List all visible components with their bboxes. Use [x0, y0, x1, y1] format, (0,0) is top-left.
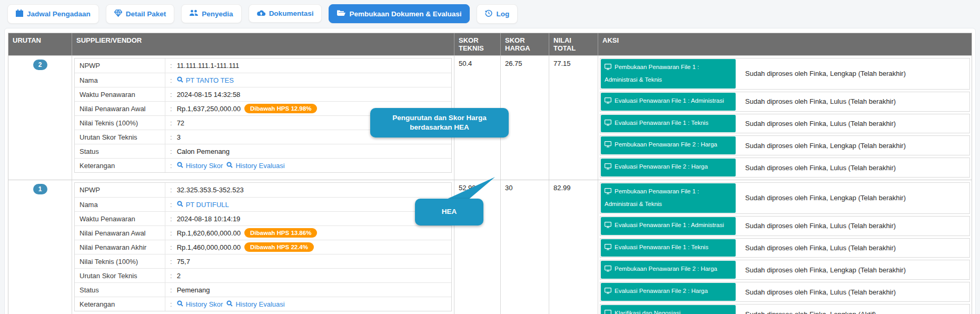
field-label: Nilai Penawaran Awal	[75, 226, 165, 240]
monitor-icon	[605, 264, 611, 276]
tab-label: Pembukaan Dokumen & Evaluasi	[349, 10, 461, 18]
tab-detail-paket[interactable]: Detail Paket	[106, 4, 175, 24]
field-value: 2024-08-15 14:32:58	[177, 91, 241, 99]
nilai-total-value: 82.99	[549, 180, 598, 314]
search-icon	[177, 76, 183, 84]
aksi-item: Evaluasi Penawaran File 1 : Administrasi…	[600, 216, 970, 236]
field-label: Nilai Penawaran Akhir	[75, 240, 165, 254]
field-row-urutan-skor-teknis: Urutan Skor Teknis 2	[75, 268, 451, 282]
tooltip-skor-harga-hea: Pengurutan dan Skor Harga berdasarkan HE…	[370, 108, 509, 138]
field-row-keterangan: Keterangan History Skor History Evaluasi	[75, 297, 451, 311]
field-value: Rp.1,637,250,000.00	[177, 105, 241, 113]
supplier-cell: NPWP 32.325.353.5-352.523 Nama PT DUTIFU…	[72, 180, 454, 314]
field-row-status: Status Pemenang	[75, 282, 451, 297]
tab-pembukaan-dokumen-evaluasi[interactable]: Pembukaan Dokumen & Evaluasi	[329, 4, 470, 23]
field-value: 72	[177, 119, 184, 127]
field-label: Urutan Skor Teknis	[75, 130, 165, 144]
aksi-item: Pembukaan Penawaran File 2 : Harga Sudah…	[600, 135, 970, 155]
pembukaan-penawaran-file2-button[interactable]: Pembukaan Penawaran File 2 : Harga	[601, 261, 736, 279]
pembukaan-penawaran-file1-button[interactable]: Pembukaan Penawaran File 1 : Administras…	[601, 59, 736, 89]
aksi-status: Sudah diproses oleh Finka, Lulus (Telah …	[745, 164, 896, 172]
header-skor-harga: SKOR HARGA	[500, 33, 549, 55]
tab-jadwal-pengadaan[interactable]: Jadwal Pengadaan	[7, 4, 99, 24]
monitor-icon	[605, 221, 611, 232]
aksi-item: Evaluasi Penawaran File 1 : Teknis Sudah…	[600, 114, 970, 134]
evaluasi-penawaran-file1-administrasi-button[interactable]: Evaluasi Penawaran File 1 : Administrasi	[601, 217, 736, 235]
tab-label: Detail Paket	[126, 10, 166, 18]
tab-penyedia[interactable]: Penyedia	[181, 4, 241, 23]
aksi-status: Sudah diproses oleh Finka, Lulus (Telah …	[745, 97, 896, 105]
field-value: 2024-08-18 10:14:19	[177, 215, 241, 223]
field-label: NPWP	[75, 58, 165, 73]
users-icon	[190, 9, 198, 18]
status-value: Calon Pemenang	[177, 148, 230, 155]
supplier-detail-table: NPWP 32.325.353.5-352.523 Nama PT DUTIFU…	[74, 182, 452, 311]
history-evaluasi-link[interactable]: History Evaluasi	[226, 162, 284, 170]
field-value: 2	[177, 272, 181, 280]
monitor-icon	[605, 140, 611, 152]
history-skor-link[interactable]: History Skor	[177, 162, 223, 170]
field-label: Keterangan	[75, 297, 165, 311]
skor-harga-value: 30	[500, 180, 549, 314]
field-label: Urutan Skor Teknis	[75, 269, 165, 282]
search-icon	[226, 300, 233, 308]
hps-badge: Dibawah HPS 13.86%	[244, 228, 317, 238]
field-value: 3	[177, 133, 181, 141]
evaluasi-penawaran-file1-teknis-button[interactable]: Evaluasi Penawaran File 1 : Teknis	[601, 115, 736, 133]
evaluasi-penawaran-file1-administrasi-button[interactable]: Evaluasi Penawaran File 1 : Administrasi	[601, 93, 736, 111]
aksi-item: Evaluasi Penawaran File 2 : Harga Sudah …	[600, 282, 970, 302]
pembukaan-penawaran-file1-button[interactable]: Pembukaan Penawaran File 1 : Administras…	[601, 183, 736, 213]
aksi-item: Pembukaan Penawaran File 1 : Administras…	[600, 58, 970, 90]
hps-badge: Dibawah HPS 22.4%	[244, 242, 314, 252]
aksi-item: Evaluasi Penawaran File 1 : Administrasi…	[600, 92, 970, 112]
search-icon	[177, 300, 183, 308]
aksi-status: Sudah diproses oleh Finka, Lengkap (Tela…	[745, 70, 906, 77]
tab-log[interactable]: Log	[477, 4, 518, 24]
vendor-name-link[interactable]: PT DUTIFULL	[177, 201, 229, 209]
evaluasi-penawaran-file1-teknis-button[interactable]: Evaluasi Penawaran File 1 : Teknis	[601, 239, 736, 257]
field-value: 11.111.111.1-111.111	[177, 62, 240, 70]
aksi-status: Sudah diproses oleh Finka, Lulus (Telah …	[745, 222, 896, 230]
search-icon	[177, 162, 183, 170]
field-label: Nilai Teknis (100%)	[75, 116, 165, 130]
evaluasi-penawaran-file2-button[interactable]: Evaluasi Penawaran File 2 : Harga	[601, 159, 736, 176]
folder-open-icon	[337, 9, 345, 18]
monitor-icon	[605, 287, 611, 298]
tab-label: Penyedia	[202, 10, 233, 18]
monitor-icon	[605, 309, 611, 314]
klarifikasi-negosiasi-button[interactable]: Klarifikasi dan Negosiasi	[601, 305, 736, 314]
field-value: Rp.1,460,000,000.00	[177, 243, 241, 251]
order-badge: 1	[33, 184, 47, 194]
cloud-icon	[257, 9, 265, 17]
field-row-npwp: NPWP 32.325.353.5-352.523	[75, 183, 451, 197]
monitor-icon	[605, 119, 611, 130]
search-icon	[226, 162, 233, 170]
aksi-status: Sudah diproses oleh Finka, Lengkap (Tela…	[745, 194, 906, 202]
evaluasi-penawaran-file2-button[interactable]: Evaluasi Penawaran File 2 : Harga	[601, 283, 736, 301]
header-aksi: AKSI	[598, 33, 972, 55]
nilai-total-value: 77.15	[549, 56, 598, 180]
tooltip-hea-tail	[441, 176, 497, 201]
header-skor-teknis: SKOR TEKNIS	[454, 33, 500, 55]
field-label: Status	[75, 144, 165, 158]
aksi-item: Pembukaan Penawaran File 1 : Administras…	[600, 182, 970, 214]
vendor-name-link[interactable]: PT TANTO TES	[177, 76, 234, 84]
aksi-cell: Pembukaan Penawaran File 1 : Administras…	[598, 56, 972, 180]
tab-dokumentasi[interactable]: Dokumentasi	[249, 4, 322, 23]
field-label: Nama	[75, 73, 165, 87]
monitor-icon	[605, 96, 611, 108]
field-label: NPWP	[75, 183, 165, 197]
aksi-status: Sudah diproses oleh Finka, Lengkap (Tela…	[745, 266, 906, 274]
history-evaluasi-link[interactable]: History Evaluasi	[226, 300, 284, 308]
urutan-cell: 2	[8, 56, 72, 180]
pembukaan-penawaran-file2-button[interactable]: Pembukaan Penawaran File 2 : Harga	[601, 136, 736, 154]
tab-label: Jadwal Pengadaan	[27, 10, 91, 18]
field-label: Waktu Penawaran	[75, 212, 165, 225]
tab-label: Dokumentasi	[269, 9, 314, 17]
header-nilai-total: NILAI TOTAL	[549, 33, 598, 55]
history-skor-link[interactable]: History Skor	[177, 300, 223, 308]
field-label: Keterangan	[75, 159, 165, 172]
monitor-icon	[605, 162, 611, 174]
hps-badge: Dibawah HPS 12.98%	[244, 104, 317, 113]
top-tab-bar: Jadwal Pengadaan Detail Paket Penyedia D…	[0, 0, 980, 27]
